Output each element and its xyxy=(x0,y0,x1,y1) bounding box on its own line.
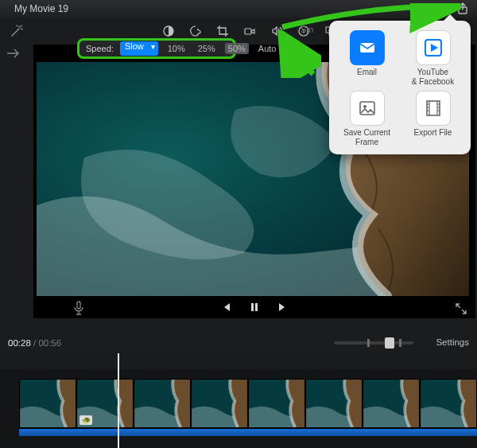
svg-rect-18 xyxy=(77,302,80,309)
left-sidebar-icons xyxy=(6,48,27,59)
video-clip-row[interactable]: 🐢 xyxy=(19,379,477,428)
project-title: My Movie 19 xyxy=(8,3,68,14)
svg-rect-16 xyxy=(251,303,254,311)
timeline-clip[interactable] xyxy=(363,379,420,428)
settings-button[interactable]: Settings xyxy=(436,337,469,347)
timeline-clip[interactable] xyxy=(248,379,305,428)
playhead[interactable] xyxy=(118,353,119,448)
speed-option-auto[interactable]: Auto xyxy=(255,43,280,54)
clip-speed-badge-icon: 🐢 xyxy=(80,415,92,425)
current-time: 00:28 xyxy=(8,338,31,348)
title-bar: My Movie 19 xyxy=(0,0,477,18)
youtube-icon xyxy=(416,30,451,65)
share-item-label: YouTube & Facebook xyxy=(412,68,454,86)
timeline-clip[interactable]: 🐢 xyxy=(76,379,134,428)
speed-option-25[interactable]: 25% xyxy=(195,43,219,54)
speed-option-50[interactable]: 50% xyxy=(225,43,249,54)
timeline-clip[interactable] xyxy=(134,379,191,428)
audio-track[interactable] xyxy=(19,428,477,436)
share-item-save-frame[interactable]: Save Current Frame xyxy=(335,91,398,146)
share-item-label: Save Current Frame xyxy=(335,128,398,146)
camera-icon[interactable] xyxy=(240,21,259,41)
prev-frame-button[interactable] xyxy=(219,300,233,314)
fullscreen-icon[interactable] xyxy=(455,302,467,315)
library-return-icon[interactable] xyxy=(6,48,27,59)
timecode: 00:28 / 00:56 xyxy=(8,338,61,348)
zoom-slider[interactable] xyxy=(334,341,413,345)
timeline[interactable]: 🐢 xyxy=(0,353,477,448)
svg-rect-12 xyxy=(360,102,374,115)
play-pause-button[interactable] xyxy=(247,300,262,314)
timeline-header: 00:28 / 00:56 Settings xyxy=(0,333,477,353)
voiceover-icon[interactable] xyxy=(73,301,84,315)
speed-panel: Speed: Slow 10% 25% 50% Auto xyxy=(77,38,236,59)
speed-label: Speed: xyxy=(86,44,114,53)
svg-rect-10 xyxy=(360,43,374,53)
svg-point-13 xyxy=(363,105,366,108)
speed-mode-select[interactable]: Slow xyxy=(120,41,158,56)
share-popover: Email YouTube & Facebook Save Current Fr… xyxy=(329,21,471,154)
timeline-clip[interactable] xyxy=(420,379,477,428)
share-item-youtube[interactable]: YouTube & Facebook xyxy=(401,30,464,86)
svg-rect-17 xyxy=(255,303,258,311)
share-item-email[interactable]: Email xyxy=(335,30,398,86)
next-frame-button[interactable] xyxy=(276,300,290,314)
speed-option-10[interactable]: 10% xyxy=(165,43,188,54)
email-icon xyxy=(350,30,385,65)
timeline-clip[interactable] xyxy=(191,379,248,428)
smart-label: Sm xyxy=(301,25,314,34)
total-time: 00:56 xyxy=(38,338,61,348)
film-icon xyxy=(416,91,451,126)
zoom-slider-handle[interactable] xyxy=(385,337,394,349)
share-item-label: Export File xyxy=(414,128,452,138)
timeline-clip[interactable] xyxy=(19,379,76,428)
save-frame-icon xyxy=(350,91,385,126)
audio-icon[interactable] xyxy=(267,21,286,41)
share-item-export[interactable]: Export File xyxy=(401,91,464,146)
share-item-label: Email xyxy=(357,68,377,77)
share-icon xyxy=(456,2,469,15)
magic-wand-icon[interactable] xyxy=(10,24,24,38)
timeline-clip[interactable] xyxy=(305,379,363,428)
playback-controls xyxy=(33,296,475,318)
svg-rect-2 xyxy=(245,29,251,34)
timeline-ruler[interactable] xyxy=(0,353,477,369)
